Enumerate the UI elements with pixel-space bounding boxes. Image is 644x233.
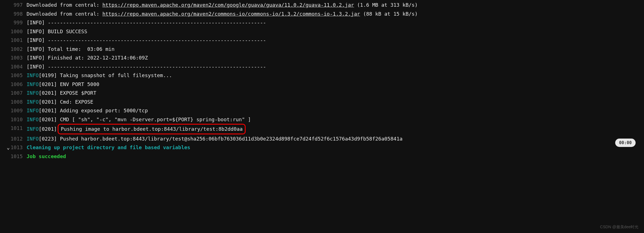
line-content: INFO[0201] Pushing image to harbor.bdeet… [27, 124, 644, 134]
log-line: 1002[INFO] Total time: 03:06 min [0, 45, 644, 54]
line-number: 1001 [0, 36, 27, 45]
info-text: Taking snapshot of full filesystem... [57, 72, 172, 78]
log-line: 1007INFO[0201] EXPOSE $PORT [0, 89, 644, 98]
info-code: [0199] [39, 72, 57, 78]
line-number: 1002 [0, 45, 27, 54]
info-text: Pushed harbor.bdeet.top:8443/library/tes… [57, 136, 402, 142]
log-line: 1004[INFO] -----------------------------… [0, 62, 644, 71]
log-line: 1009INFO[0201] Adding exposed port: 5000… [0, 106, 644, 115]
download-prefix: Downloaded from central: [27, 2, 102, 8]
line-number: 1008 [0, 98, 27, 106]
info-code: [0201] [39, 99, 57, 105]
line-content: INFO[0201] ENV PORT 5000 [27, 80, 644, 89]
info-label: INFO [27, 108, 39, 113]
log-line: 1000[INFO] BUILD SUCCESS [0, 27, 644, 36]
log-line: 1012INFO[0223] Pushed harbor.bdeet.top:8… [0, 134, 644, 143]
log-line: 1001[INFO] -----------------------------… [0, 36, 644, 45]
info-text: EXPOSE $PORT [57, 90, 96, 96]
line-content: [INFO] ---------------------------------… [27, 36, 644, 45]
line-content: Cleaning up project directory and file b… [27, 143, 644, 152]
line-number: 1004 [0, 62, 27, 71]
info-code: [0201] [39, 108, 57, 113]
line-content: Job succeeded [27, 152, 644, 161]
line-number: 999 [0, 18, 27, 27]
log-container: 997Downloaded from central: https://repo… [0, 0, 644, 161]
info-text: ENV PORT 5000 [57, 81, 99, 87]
line-content: [INFO] Finished at: 2022-12-21T14:06:09Z [27, 53, 644, 62]
line-number: 1006 [0, 80, 27, 89]
download-suffix: (88 kB at 15 kB/s) [360, 11, 418, 17]
download-prefix: Downloaded from central: [27, 11, 102, 17]
info-text: Adding exposed port: 5000/tcp [57, 108, 148, 113]
line-content: INFO[0201] EXPOSE $PORT [27, 89, 644, 98]
info-text: CMD [ "sh", "-c", "mvn -Dserver.port=${P… [57, 116, 251, 122]
info-text: Cmd: EXPOSE [57, 99, 93, 105]
download-suffix: (1.6 MB at 313 kB/s) [354, 2, 418, 8]
line-content: INFO[0201] CMD [ "sh", "-c", "mvn -Dserv… [27, 115, 644, 124]
log-line: 1008INFO[0201] Cmd: EXPOSE [0, 98, 644, 106]
info-label: INFO [27, 90, 39, 96]
log-line: 1015Job succeeded [0, 152, 644, 161]
line-number: 1000 [0, 27, 27, 36]
info-label: INFO [27, 99, 39, 105]
info-label: INFO [27, 72, 39, 78]
line-number: 998 [0, 9, 27, 18]
info-code: [0223] [39, 136, 57, 142]
line-content: INFO[0201] Cmd: EXPOSE [27, 98, 644, 106]
line-content: [INFO] ---------------------------------… [27, 18, 644, 27]
watermark: CSDN @最美dee时光 [600, 224, 638, 230]
line-number: 1015 [0, 152, 27, 161]
info-label: INFO [27, 136, 39, 142]
line-number: 1007 [0, 89, 27, 98]
line-content: [INFO] BUILD SUCCESS [27, 27, 644, 36]
log-line: 1011INFO[0201] Pushing image to harbor.b… [0, 124, 644, 134]
log-line: 999[INFO] ------------------------------… [0, 18, 644, 27]
log-line: 1005INFO[0199] Taking snapshot of full f… [0, 71, 644, 80]
log-line: 998Downloaded from central: https://repo… [0, 9, 644, 18]
log-line: 997Downloaded from central: https://repo… [0, 1, 644, 9]
line-content: INFO[0201] Adding exposed port: 5000/tcp [27, 106, 644, 115]
line-content: [INFO] ---------------------------------… [27, 62, 644, 71]
info-label: INFO [27, 126, 39, 132]
line-number: 1003 [0, 53, 27, 62]
info-label: INFO [27, 81, 39, 87]
log-line: 1006INFO[0201] ENV PORT 5000 [0, 80, 644, 89]
time-badge: 00:00 [615, 139, 636, 147]
download-link[interactable]: https://repo.maven.apache.org/maven2/com… [102, 2, 354, 8]
info-code: [0201] [39, 81, 57, 87]
log-line: 1010INFO[0201] CMD [ "sh", "-c", "mvn -D… [0, 115, 644, 124]
line-content: INFO[0199] Taking snapshot of full files… [27, 71, 644, 80]
info-label: INFO [27, 116, 39, 122]
line-content: Downloaded from central: https://repo.ma… [27, 9, 644, 18]
line-content: [INFO] Total time: 03:06 min [27, 45, 644, 54]
line-number: 997 [0, 1, 27, 9]
line-number: 1012 [0, 134, 27, 143]
info-code: [0201] [39, 90, 57, 96]
line-content: Downloaded from central: https://repo.ma… [27, 1, 644, 9]
download-link[interactable]: https://repo.maven.apache.org/maven2/com… [102, 11, 360, 17]
log-line: 1003[INFO] Finished at: 2022-12-21T14:06… [0, 53, 644, 62]
info-code: [0201] [39, 116, 57, 122]
line-number: 1011 [0, 124, 27, 134]
line-number: 1005 [0, 71, 27, 80]
line-number: 1013 [0, 143, 27, 152]
log-line: ⌄1013Cleaning up project directory and f… [0, 143, 644, 152]
line-number: 1010 [0, 115, 27, 124]
line-content: INFO[0223] Pushed harbor.bdeet.top:8443/… [27, 134, 644, 143]
info-code: [0201] [39, 126, 57, 132]
line-number: 1009 [0, 106, 27, 115]
chevron-down-icon[interactable]: ⌄ [7, 143, 10, 152]
highlight-box: Pushing image to harbor.bdeet.top:8443/l… [58, 124, 246, 134]
